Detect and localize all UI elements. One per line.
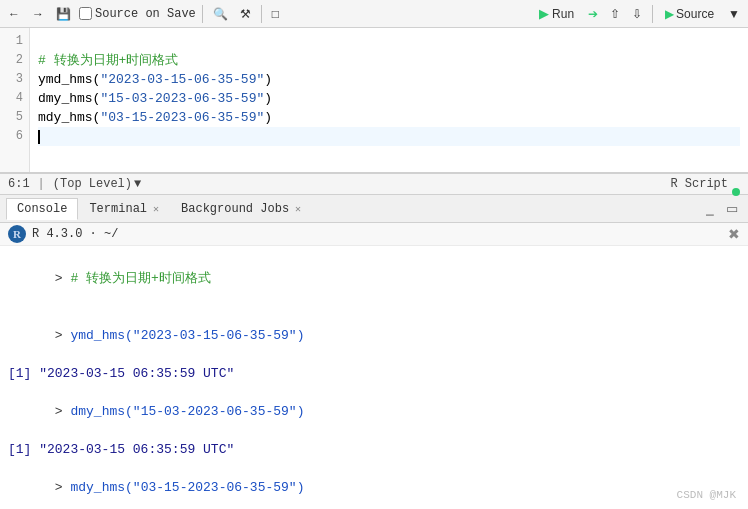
console-line-4: > dmy_hms("15-03-2023-06-35-59")	[8, 383, 740, 440]
editor-toolbar: ← → 💾 Source on Save 🔍 ⚒ □ ▶ Run ➔ ⇧ ⇩ ▶…	[0, 0, 748, 28]
code-level: (Top Level)	[53, 177, 132, 191]
line-num-4: 4	[6, 89, 23, 108]
green-indicator	[732, 188, 740, 196]
next-btn[interactable]: ➔	[584, 5, 602, 23]
code-line-1	[38, 32, 740, 51]
source-on-save-checkbox[interactable]	[79, 7, 92, 20]
console-area: R R 4.3.0 · ~/ ✖ > # 转换为日期+时间格式 > ymd_hm…	[0, 223, 748, 509]
line-num-1: 1	[6, 32, 23, 51]
source-on-save-label: Source on Save	[95, 7, 196, 21]
line-num-2: 2	[6, 51, 23, 70]
sep2	[261, 5, 262, 23]
console-line-3: [1] "2023-03-15 06:35:59 UTC"	[8, 364, 740, 383]
console-line-1: > # 转换为日期+时间格式	[8, 250, 740, 307]
line-num-3: 3	[6, 70, 23, 89]
code-line-6	[38, 127, 740, 146]
compile-btn[interactable]: □	[268, 5, 283, 23]
console-line-5: [1] "2023-03-15 06:35:59 UTC"	[8, 440, 740, 459]
status-bar: 6:1 | (Top Level) ▼ R Script	[0, 173, 748, 195]
script-type-label: R Script	[670, 177, 728, 191]
tab-console-label: Console	[17, 202, 67, 216]
source-button[interactable]: ▶ Source	[659, 5, 720, 23]
console-version: R 4.3.0 · ~/	[32, 227, 118, 241]
panel-tabs: Console Terminal ✕ Background Jobs ✕ ⎯ ▭	[0, 195, 748, 223]
source-on-save-container: Source on Save	[79, 7, 196, 21]
source-arrow-icon: ▶	[665, 7, 674, 21]
save-btn[interactable]: 💾	[52, 5, 75, 23]
run-play-icon: ▶	[539, 6, 549, 21]
script-type: R Script	[670, 177, 728, 191]
source-dropdown[interactable]: ▼	[724, 5, 744, 23]
run-label: Run	[552, 7, 574, 21]
up-btn[interactable]: ⇧	[606, 5, 624, 23]
text-cursor	[38, 130, 40, 144]
console-body[interactable]: > # 转换为日期+时间格式 > ymd_hms("2023-03-15-06-…	[0, 246, 748, 509]
sep1	[202, 5, 203, 23]
line-numbers: 1 2 3 4 5 6	[0, 28, 30, 172]
maximize-btn[interactable]: ▭	[722, 199, 742, 218]
run-button[interactable]: ▶ Run	[533, 4, 580, 23]
tab-terminal-label: Terminal	[89, 202, 147, 216]
code-line-3: ymd_hms("2023-03-15-06-35-59")	[38, 70, 740, 89]
console-header: R R 4.3.0 · ~/ ✖	[0, 223, 748, 246]
code-line-5: mdy_hms("03-15-2023-06-35-59")	[38, 108, 740, 127]
toolbar-right: ▶ Run ➔ ⇧ ⇩ ▶ Source ▼	[533, 4, 744, 23]
code-text-area[interactable]: # 转换为日期+时间格式 ymd_hms("2023-03-15-06-35-5…	[30, 28, 748, 172]
tab-background-jobs-label: Background Jobs	[181, 202, 289, 216]
code-editor: 1 2 3 4 5 6 # 转换为日期+时间格式 ymd_hms("2023-0…	[0, 28, 748, 173]
tab-terminal[interactable]: Terminal ✕	[78, 198, 170, 219]
sep3	[652, 5, 653, 23]
tab-background-jobs[interactable]: Background Jobs ✕	[170, 198, 312, 219]
console-line-2: > ymd_hms("2023-03-15-06-35-59")	[8, 307, 740, 364]
code-line-2: # 转换为日期+时间格式	[38, 51, 740, 70]
minimize-btn[interactable]: ⎯	[702, 199, 718, 218]
console-line-6: > mdy_hms("03-15-2023-06-35-59")	[8, 459, 740, 509]
tab-terminal-close[interactable]: ✕	[153, 203, 159, 215]
cursor-position: 6:1	[8, 177, 30, 191]
search-btn[interactable]: 🔍	[209, 5, 232, 23]
level-dropdown-icon[interactable]: ▼	[134, 177, 141, 191]
tab-console[interactable]: Console	[6, 198, 78, 220]
line-num-5: 5	[6, 108, 23, 127]
watermark: CSDN @MJK	[677, 489, 736, 501]
console-clear-btn[interactable]: ✖	[728, 226, 740, 242]
tab-background-jobs-close[interactable]: ✕	[295, 203, 301, 215]
r-logo: R	[8, 225, 26, 243]
tools-btn[interactable]: ⚒	[236, 5, 255, 23]
line-num-6: 6	[6, 127, 23, 146]
down-btn[interactable]: ⇩	[628, 5, 646, 23]
source-label: Source	[676, 7, 714, 21]
code-line-4: dmy_hms("15-03-2023-06-35-59")	[38, 89, 740, 108]
back-btn[interactable]: ←	[4, 5, 24, 23]
forward-btn[interactable]: →	[28, 5, 48, 23]
panel-controls: ⎯ ▭	[702, 199, 742, 218]
